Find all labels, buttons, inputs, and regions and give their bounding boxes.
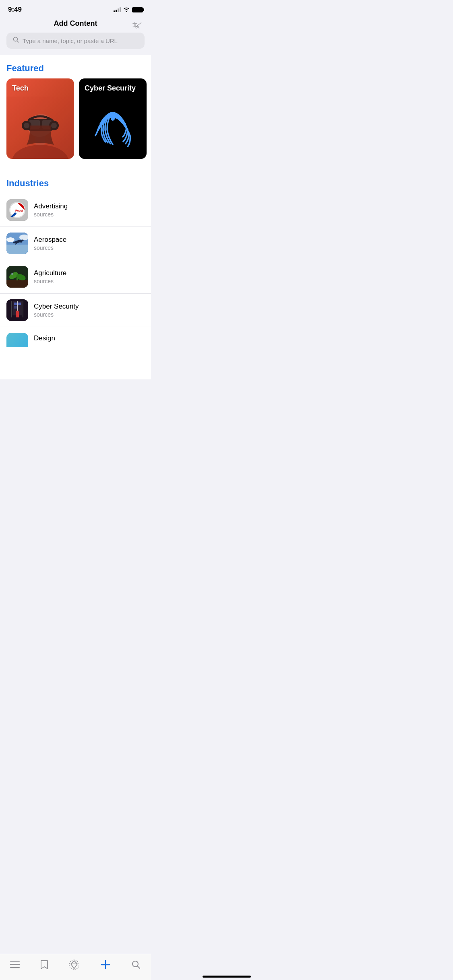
search-icon bbox=[13, 37, 19, 45]
translate-button[interactable]: 文 A bbox=[132, 19, 143, 33]
industry-info-design: Design bbox=[34, 333, 55, 342]
search-bar[interactable]: Type a name, topic, or paste a URL bbox=[6, 33, 145, 49]
industry-item-design[interactable]: Design bbox=[0, 327, 151, 347]
industry-name-design: Design bbox=[34, 334, 55, 342]
svg-rect-30 bbox=[6, 280, 28, 288]
battery-icon bbox=[132, 7, 143, 12]
svg-rect-37 bbox=[11, 301, 12, 317]
industry-thumb-aerospace bbox=[6, 233, 28, 254]
svg-rect-25 bbox=[6, 245, 28, 254]
cyber-image bbox=[6, 299, 28, 321]
industry-name-agriculture: Agriculture bbox=[34, 269, 66, 277]
aerospace-image bbox=[6, 233, 28, 254]
svg-rect-15 bbox=[6, 97, 74, 159]
signal-icon bbox=[114, 7, 121, 12]
svg-point-34 bbox=[11, 273, 13, 275]
svg-rect-41 bbox=[14, 306, 17, 309]
svg-rect-43 bbox=[16, 313, 19, 317]
wifi-icon bbox=[123, 7, 130, 12]
featured-card-cyber[interactable]: Cyber Security bbox=[79, 78, 147, 159]
industry-name-advertising: Advertising bbox=[34, 202, 68, 210]
main-content: Featured Tech bbox=[0, 55, 151, 379]
industry-list: Pepsi Advertising sources bbox=[0, 194, 151, 379]
industry-sources-cyber: sources bbox=[34, 311, 79, 318]
industry-item-aerospace[interactable]: Aerospace sources bbox=[0, 227, 151, 260]
page-title: Add Content bbox=[54, 19, 97, 28]
status-icons bbox=[114, 7, 143, 12]
tech-card-image bbox=[6, 97, 74, 159]
industries-section-header: Industries bbox=[0, 170, 151, 194]
svg-point-26 bbox=[6, 237, 14, 242]
card-cyber-label: Cyber Security bbox=[85, 84, 136, 93]
svg-text:Pepsi: Pepsi bbox=[15, 209, 23, 212]
industry-name-aerospace: Aerospace bbox=[34, 236, 66, 244]
status-bar: 9:49 bbox=[0, 0, 151, 16]
svg-text:A: A bbox=[137, 25, 140, 30]
svg-line-4 bbox=[17, 41, 19, 43]
industry-info-agriculture: Agriculture sources bbox=[34, 269, 66, 284]
industry-item-advertising[interactable]: Pepsi Advertising sources bbox=[0, 194, 151, 227]
industry-thumb-agriculture bbox=[6, 266, 28, 288]
industry-item-cyber[interactable]: Cyber Security sources bbox=[0, 294, 151, 327]
svg-rect-38 bbox=[23, 301, 23, 317]
industry-sources-advertising: sources bbox=[34, 211, 68, 218]
header: Add Content 文 A bbox=[0, 16, 151, 33]
svg-point-42 bbox=[16, 311, 19, 314]
industry-name-cyber: Cyber Security bbox=[34, 303, 79, 311]
featured-section-header: Featured bbox=[0, 55, 151, 78]
search-container: Type a name, topic, or paste a URL bbox=[0, 33, 151, 55]
advertising-image: Pepsi bbox=[6, 199, 28, 221]
industries-section: Industries Pepsi bbox=[0, 167, 151, 379]
featured-cards[interactable]: Tech bbox=[0, 78, 151, 167]
industry-item-agriculture[interactable]: Agriculture sources bbox=[0, 260, 151, 294]
featured-card-tech[interactable]: Tech bbox=[6, 78, 74, 159]
agriculture-image bbox=[6, 266, 28, 288]
industry-sources-aerospace: sources bbox=[34, 245, 66, 251]
industry-info-cyber: Cyber Security sources bbox=[34, 303, 79, 318]
design-image bbox=[6, 333, 28, 347]
industry-sources-agriculture: sources bbox=[34, 278, 66, 284]
industry-thumb-design bbox=[6, 333, 28, 347]
svg-rect-39 bbox=[14, 303, 17, 305]
industry-thumb-advertising: Pepsi bbox=[6, 199, 28, 221]
card-tech-label: Tech bbox=[12, 84, 29, 93]
status-time: 9:49 bbox=[8, 6, 22, 14]
industry-info-aerospace: Aerospace sources bbox=[34, 236, 66, 251]
industry-thumb-cyber bbox=[6, 299, 28, 321]
industry-info-advertising: Advertising sources bbox=[34, 202, 68, 218]
svg-rect-40 bbox=[18, 303, 21, 305]
search-input[interactable]: Type a name, topic, or paste a URL bbox=[23, 37, 118, 44]
